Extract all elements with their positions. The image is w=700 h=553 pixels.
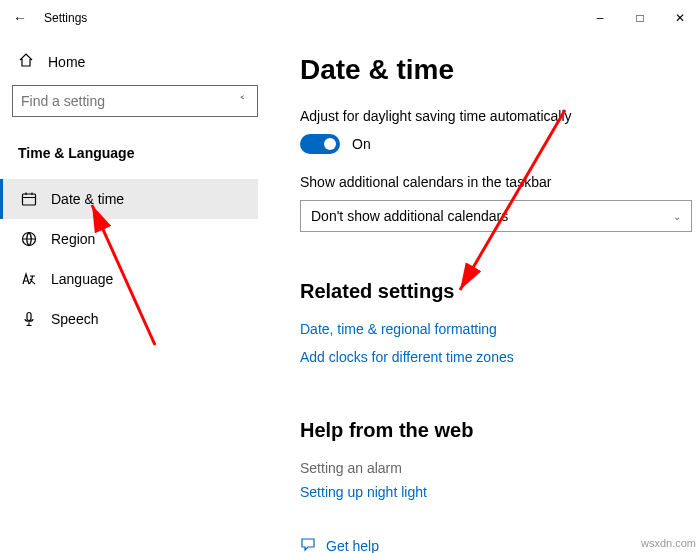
close-icon: ✕ — [675, 11, 685, 25]
dst-toggle[interactable] — [300, 134, 340, 154]
search-box[interactable]: ˂ — [12, 85, 258, 117]
sidebar-item-label: Language — [51, 271, 113, 287]
watermark: wsxdn.com — [641, 537, 696, 549]
maximize-icon: □ — [636, 11, 643, 25]
window-title: Settings — [40, 11, 87, 25]
sidebar-home[interactable]: Home — [12, 44, 258, 85]
back-button[interactable]: ← — [0, 0, 40, 36]
toggle-knob — [324, 138, 336, 150]
globe-icon — [21, 231, 37, 247]
link-date-time-regional-formatting[interactable]: Date, time & regional formatting — [300, 315, 700, 343]
chat-icon — [300, 536, 316, 553]
titlebar: ← Settings – □ ✕ — [0, 0, 700, 36]
sidebar-item-language[interactable]: Language — [0, 259, 258, 299]
minimize-button[interactable]: – — [580, 0, 620, 36]
sidebar-item-date-time[interactable]: Date & time — [0, 179, 258, 219]
sidebar-item-region[interactable]: Region — [0, 219, 258, 259]
sidebar-category: Time & Language — [12, 137, 258, 179]
clock-icon — [21, 191, 37, 207]
calendar-dropdown[interactable]: Don't show additional calendars ⌄ — [300, 200, 692, 232]
microphone-icon — [21, 311, 37, 327]
search-icon: ˂ — [227, 94, 257, 109]
minimize-icon: – — [597, 11, 604, 25]
help-from-web-heading: Help from the web — [300, 419, 700, 442]
close-button[interactable]: ✕ — [660, 0, 700, 36]
link-get-help[interactable]: Get help — [326, 538, 379, 554]
window-controls: – □ ✕ — [580, 0, 700, 36]
related-settings-heading: Related settings — [300, 280, 700, 303]
svg-rect-0 — [23, 194, 36, 205]
page-title: Date & time — [300, 54, 700, 86]
language-icon — [21, 271, 37, 287]
dst-label: Adjust for daylight saving time automati… — [300, 108, 700, 124]
arrow-left-icon: ← — [13, 10, 27, 26]
link-add-clocks[interactable]: Add clocks for different time zones — [300, 343, 700, 371]
help-muted-text: Setting an alarm — [300, 454, 700, 478]
search-input[interactable] — [13, 86, 227, 116]
sidebar-home-label: Home — [48, 54, 85, 70]
sidebar-item-label: Speech — [51, 311, 98, 327]
sidebar-item-label: Region — [51, 231, 95, 247]
calendar-dropdown-value: Don't show additional calendars — [311, 208, 508, 224]
link-night-light[interactable]: Setting up night light — [300, 478, 700, 506]
maximize-button[interactable]: □ — [620, 0, 660, 36]
dst-toggle-state: On — [352, 136, 371, 152]
sidebar-item-label: Date & time — [51, 191, 124, 207]
home-icon — [18, 52, 34, 71]
sidebar: Home ˂ Time & Language Date & time Regio… — [0, 36, 270, 553]
sidebar-item-speech[interactable]: Speech — [0, 299, 258, 339]
svg-rect-2 — [27, 313, 31, 321]
calendar-label: Show additional calendars in the taskbar — [300, 174, 700, 190]
main-panel: Date & time Adjust for daylight saving t… — [270, 36, 700, 553]
chevron-down-icon: ⌄ — [673, 211, 681, 222]
